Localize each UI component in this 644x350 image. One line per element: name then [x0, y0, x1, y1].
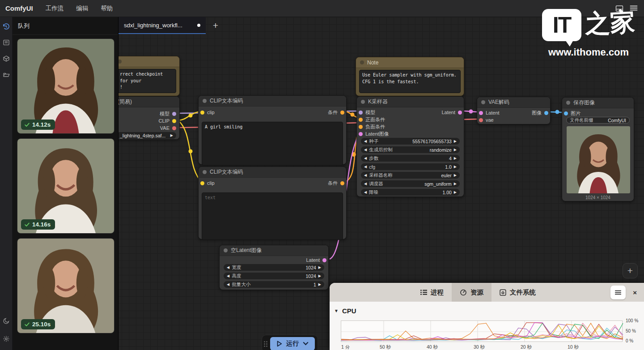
- stepper-right-icon[interactable]: ▶: [318, 266, 321, 269]
- monitor-close-button[interactable]: ×: [633, 289, 637, 296]
- node-save-image[interactable]: 保存图像 图片 文件名前缀 ComfyUI 1024 × 1024: [562, 97, 634, 201]
- collapse-dot[interactable]: [224, 248, 228, 252]
- node-clip-encode-negative[interactable]: CLIP文本编码 clip 条件: [198, 166, 347, 239]
- menu-help[interactable]: 帮助: [94, 2, 119, 15]
- widget-scheduler[interactable]: ◀ 调度器 sgm_uniform ▶: [361, 180, 460, 187]
- input-port-model[interactable]: [359, 111, 363, 115]
- widget-seed[interactable]: ◀ 种子 555761705655733 ▶: [361, 138, 460, 145]
- input-port-latent[interactable]: [359, 132, 363, 136]
- node-note-left-header[interactable]: [114, 56, 179, 67]
- collapse-dot[interactable]: [566, 101, 570, 105]
- node-checkpoint-loader[interactable]: (简易) 模型 CLIP VAE _lightning_4step.saf...…: [113, 96, 180, 140]
- collapse-dot[interactable]: [203, 170, 207, 174]
- collapse-dot[interactable]: [361, 100, 365, 104]
- collapse-dot[interactable]: [481, 100, 485, 104]
- input-port-latent[interactable]: [479, 111, 483, 115]
- node-checkpoint-header[interactable]: (简易): [114, 97, 179, 107]
- node-empty-latent-header[interactable]: 空Latent图像: [220, 245, 328, 256]
- stepper-left-icon[interactable]: ◀: [364, 182, 367, 186]
- stepper-right-icon[interactable]: ▶: [318, 283, 321, 286]
- note-left-text[interactable]: rrect checkpoint for your !: [117, 69, 176, 93]
- stepper-left-icon[interactable]: ◀: [227, 266, 229, 269]
- stepper-right-icon[interactable]: ▶: [454, 148, 457, 152]
- node-note-left[interactable]: rrect checkpoint for your !: [113, 56, 180, 96]
- stepper-right-icon[interactable]: ▶: [454, 165, 457, 169]
- stepper-left-icon[interactable]: ◀: [227, 274, 229, 278]
- stepper-right-icon[interactable]: ▶: [318, 274, 321, 278]
- input-port-negative[interactable]: [359, 125, 363, 129]
- input-port-positive[interactable]: [359, 118, 363, 122]
- widget-sampler-name[interactable]: ◀ 采样器名称 euler ▶: [361, 172, 460, 179]
- hamburger-menu-icon[interactable]: [630, 5, 638, 12]
- node-clip-encode-positive[interactable]: CLIP文本编码 clip 条件 A girl smiling: [198, 95, 347, 165]
- panel-add-button[interactable]: +: [623, 263, 638, 278]
- node-note[interactable]: Note Use Euler sampler with sgm_uniform.…: [356, 57, 464, 96]
- output-port-latent[interactable]: [458, 111, 462, 115]
- queue-item-2[interactable]: 14.16s: [17, 138, 114, 234]
- output-port-clip[interactable]: [172, 119, 176, 123]
- widget-control-after-generate[interactable]: ◀ 生成后控制 randomize ▶: [361, 146, 460, 153]
- collapse-dot[interactable]: [360, 60, 364, 64]
- tab-filesystem[interactable]: 文件系统: [491, 283, 544, 302]
- node-vae-decode[interactable]: VAE解码 Latent vae 图像: [477, 97, 551, 124]
- stepper-right-icon[interactable]: ▶: [454, 174, 457, 177]
- node-empty-latent[interactable]: 空Latent图像 Latent ◀ 宽度 1024 ▶ ◀ 高度 1024 ▶…: [219, 245, 329, 290]
- node-vae-header[interactable]: VAE解码: [477, 97, 550, 108]
- new-workflow-button[interactable]: +: [206, 17, 225, 34]
- menu-workflow[interactable]: 工作流: [39, 2, 70, 15]
- combo-arrow-right-icon[interactable]: ▶: [170, 134, 173, 137]
- node-save-header[interactable]: 保存图像: [562, 98, 634, 108]
- output-image-preview[interactable]: [567, 126, 630, 193]
- input-port-images[interactable]: [564, 111, 568, 115]
- stepper-right-icon[interactable]: ▶: [454, 191, 457, 194]
- model-library-icon[interactable]: [1, 52, 12, 65]
- output-port-conditioning[interactable]: [340, 111, 344, 115]
- stepper-right-icon[interactable]: ▶: [454, 157, 457, 160]
- menu-edit[interactable]: 编辑: [70, 2, 94, 15]
- queue-history-icon[interactable]: [1, 20, 12, 33]
- stepper-left-icon[interactable]: ◀: [364, 157, 367, 160]
- input-port-vae[interactable]: [479, 118, 483, 122]
- panel-toggle-icon[interactable]: [615, 5, 623, 12]
- collapse-dot[interactable]: [203, 99, 207, 103]
- stepper-left-icon[interactable]: ◀: [364, 174, 367, 177]
- widget-height[interactable]: ◀ 高度 1024 ▶: [224, 273, 324, 279]
- queue-item-1[interactable]: 14.12s: [17, 38, 114, 134]
- node-note-header[interactable]: Note: [356, 57, 464, 68]
- monitor-menu-button[interactable]: [610, 286, 626, 299]
- stepper-left-icon[interactable]: ◀: [227, 283, 229, 286]
- widget-steps[interactable]: ◀ 步数 4 ▶: [361, 155, 460, 162]
- input-port-clip[interactable]: [200, 111, 204, 115]
- node-library-icon[interactable]: [1, 36, 12, 49]
- node-clip1-header[interactable]: CLIP文本编码: [199, 96, 346, 107]
- output-port-conditioning[interactable]: [340, 181, 344, 185]
- app-logo[interactable]: ComfyUI: [5, 4, 33, 12]
- tab-resources[interactable]: 资源: [452, 283, 491, 302]
- chevron-down-icon[interactable]: [303, 341, 309, 346]
- queue-item-3[interactable]: 25.10s: [17, 238, 114, 333]
- tab-processes[interactable]: 进程: [412, 283, 452, 302]
- node-ksampler[interactable]: K采样器 模型 正面条件 负面条件 Latent图像 Latent ◀ 种子 5…: [356, 96, 464, 197]
- run-button[interactable]: 运行: [270, 337, 315, 350]
- stepper-left-icon[interactable]: ◀: [364, 148, 367, 152]
- stepper-right-icon[interactable]: ▶: [454, 182, 457, 186]
- node-clip2-header[interactable]: CLIP文本编码: [199, 167, 346, 178]
- stepper-left-icon[interactable]: ◀: [364, 165, 367, 169]
- output-port-latent[interactable]: [322, 258, 326, 262]
- theme-toggle-moon-icon[interactable]: [1, 314, 12, 328]
- note-text[interactable]: Use Euler sampler with sgm_uniform. CFG …: [359, 70, 461, 93]
- cpu-section-header[interactable]: ▼ CPU: [330, 302, 644, 316]
- widget-width[interactable]: ◀ 宽度 1024 ▶: [224, 264, 324, 271]
- node-ksampler-header[interactable]: K采样器: [357, 97, 464, 107]
- widget-filename-prefix[interactable]: 文件名前缀 ComfyUI: [566, 117, 630, 124]
- stepper-right-icon[interactable]: ▶: [454, 140, 457, 143]
- widget-batch-size[interactable]: ◀ 批量大小 1 ▶: [224, 281, 324, 288]
- prompt-textarea[interactable]: [202, 192, 343, 240]
- workflows-folder-icon[interactable]: [1, 68, 12, 81]
- settings-gear-icon[interactable]: [1, 332, 12, 346]
- checkpoint-name-widget[interactable]: _lightning_4step.saf... ▶: [117, 132, 176, 139]
- input-port-clip[interactable]: [200, 181, 204, 185]
- widget-denoise[interactable]: ◀ 降噪 1.00 ▶: [361, 189, 460, 196]
- drag-handle[interactable]: [264, 341, 267, 347]
- stepper-left-icon[interactable]: ◀: [364, 191, 367, 194]
